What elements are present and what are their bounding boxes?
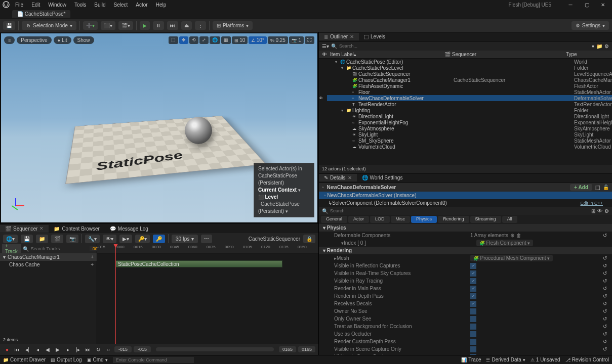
cinematics-button[interactable]: 🎬▾ — [118, 21, 133, 30]
tab-sequencer[interactable]: 🎬 Sequencer ✕ — [0, 225, 49, 233]
col-type[interactable]: Type — [566, 52, 577, 57]
reset-icon[interactable]: ↺ — [602, 316, 608, 322]
tab-outliner[interactable]: ≣ Outliner ✕ — [319, 33, 359, 40]
play-button[interactable]: ▶ — [140, 21, 150, 30]
checkbox[interactable] — [470, 308, 476, 314]
checkbox[interactable] — [470, 324, 476, 330]
outliner-row[interactable]: ○SM_SkySphereStaticMeshActor — [327, 138, 612, 144]
lock-icon[interactable]: 🔓 — [603, 185, 609, 190]
seq-key-button[interactable]: 🔑▾ — [135, 235, 150, 243]
checkbox[interactable] — [470, 346, 476, 352]
lit-dropdown[interactable]: ● Lit — [54, 36, 71, 44]
outliner-row[interactable]: ☀SkyLightSkyLight — [327, 131, 612, 138]
component-root[interactable]: ▫ NewChaosDeformableSolver (Instance) — [319, 192, 612, 199]
seq-ruler[interactable]: -015000000150030004500600075009001050120… — [97, 244, 318, 253]
filter-general[interactable]: General — [321, 216, 347, 223]
seq-work-start[interactable]: -015 — [134, 346, 151, 352]
component-solver[interactable]: ↳ SolverComponent (DeformableSolverCompo… — [319, 199, 612, 207]
seq-render-button[interactable]: 🎬 — [51, 235, 63, 243]
reset-icon[interactable]: ↺ — [602, 263, 608, 268]
outliner-row[interactable]: ☀DirectionalLightDirectionalLight — [327, 113, 612, 119]
folder-icon[interactable]: 📁 — [596, 43, 602, 49]
viewport-menu-button[interactable]: ≡ — [4, 36, 15, 44]
seq-browse-button[interactable]: 📁 — [36, 235, 48, 243]
seq-playback-button[interactable]: ▶▾ — [119, 235, 132, 243]
show-dropdown[interactable]: Show — [73, 36, 94, 44]
seq-lock-button[interactable]: 🔒 — [303, 235, 315, 243]
maximize-viewport[interactable]: ⛶ — [305, 36, 314, 44]
next-key-button[interactable]: |▸ — [74, 345, 82, 353]
goto-end-button[interactable]: ⏭ — [84, 345, 92, 353]
prev-key-button[interactable]: ◂| — [23, 345, 31, 353]
surface-snap[interactable]: ▦ — [221, 36, 231, 44]
camera-speed[interactable]: 📷 1 — [289, 36, 304, 44]
menu-build[interactable]: Build — [90, 1, 109, 9]
gear-icon[interactable]: ⚙ — [604, 43, 609, 49]
minimize-button[interactable]: ─ — [563, 1, 578, 8]
grid-icon[interactable]: ⊞ — [591, 208, 595, 214]
reset-icon[interactable]: ↺ — [602, 293, 608, 299]
outliner-row[interactable]: 🧩FleshAssetDynamicFleshActor — [327, 83, 612, 89]
checkbox[interactable]: ✓ — [470, 270, 476, 277]
col-sequencer[interactable]: 🎬 Sequencer — [444, 52, 476, 57]
outliner-row[interactable]: ☁SkyAtmosphereSkyAtmosphere — [327, 125, 612, 131]
loop-button[interactable]: ↻ — [94, 345, 102, 353]
tab-world-settings[interactable]: 🌐 World Settings — [357, 174, 408, 181]
checkbox[interactable] — [470, 331, 476, 337]
scale-snap[interactable]: % 0.25 — [268, 36, 288, 44]
viewport[interactable]: ≡ Perspective ● Lit Show ⬚ ✥ ⟲ ⤢ 🌐 ▦ ⊞ 1… — [1, 33, 318, 223]
menu-edit[interactable]: Edit — [27, 1, 44, 9]
checkbox[interactable] — [470, 316, 476, 322]
seq-curve-button[interactable]: 〰 — [201, 235, 212, 243]
tab-message-log[interactable]: 💬 Message Log — [105, 225, 153, 233]
translate-tool[interactable]: ✥ — [179, 36, 188, 44]
reset-icon[interactable]: ↺ — [602, 308, 608, 314]
outliner-search-input[interactable] — [339, 43, 590, 49]
reset-icon[interactable]: ↺ — [602, 346, 608, 352]
close-icon[interactable]: ✕ — [350, 34, 354, 39]
checkbox[interactable]: ✓ — [470, 301, 476, 307]
filter-misc[interactable]: Misc — [391, 216, 411, 223]
outliner-options-button[interactable]: ▾ — [592, 43, 594, 49]
tab-levels[interactable]: ⬚ Levels — [359, 33, 390, 40]
save-button[interactable]: 💾 — [3, 21, 15, 30]
section-physics[interactable]: ▾ Physics — [319, 224, 612, 232]
grid-snap[interactable]: ⊞ 10 — [232, 36, 248, 44]
reset-icon[interactable]: ↺ — [602, 301, 608, 306]
menu-tools[interactable]: Tools — [70, 1, 90, 9]
reset-icon[interactable]: ↺ — [602, 339, 608, 344]
add-icon[interactable]: + — [91, 262, 94, 267]
outliner-row[interactable]: ▾📁LightingFolder — [327, 107, 612, 113]
eye-icon[interactable]: 👁 — [597, 208, 602, 214]
close-icon[interactable]: ✕ — [39, 226, 44, 231]
close-button[interactable]: ✕ — [596, 1, 610, 8]
section-rendering[interactable]: ▾ Rendering — [319, 247, 612, 254]
filter-all[interactable]: All — [502, 216, 517, 223]
content-drawer-button[interactable]: 📁 Content Drawer — [3, 357, 46, 362]
seq-camera-button[interactable]: 📷 — [66, 235, 78, 243]
scale-tool[interactable]: ⤢ — [199, 36, 209, 44]
step-fwd-button[interactable]: ▸ — [64, 345, 72, 353]
filter-physics[interactable]: Physics — [411, 216, 437, 223]
record-button[interactable]: ● — [3, 345, 11, 353]
gear-icon[interactable]: ⚙ — [604, 208, 609, 214]
close-icon[interactable]: ✕ — [348, 175, 352, 180]
checkbox[interactable]: ✓ — [470, 263, 476, 269]
seq-world-button[interactable]: 🌐▾ — [3, 235, 18, 243]
seq-range-end[interactable]: 0165 — [298, 346, 315, 352]
output-log-button[interactable]: ▤ Output Log — [51, 357, 81, 362]
array-add-icon[interactable]: ⊕ — [510, 233, 514, 238]
play-options-button[interactable]: ⋮ — [195, 21, 206, 30]
menu-window[interactable]: Window — [44, 1, 70, 9]
angle-snap[interactable]: ∠ 10° — [249, 36, 267, 44]
reset-icon[interactable]: ↺ — [602, 278, 608, 284]
outliner-row[interactable]: 🎬CacheStaticSequencerLevelSequenceActor — [327, 71, 612, 77]
reset-icon[interactable]: ↺ — [602, 286, 608, 291]
checkbox[interactable]: ✓ — [470, 293, 476, 299]
reset-icon[interactable]: ↺ — [602, 324, 608, 329]
marketplace-button[interactable]: ⬛▾ — [101, 21, 115, 30]
rotate-tool[interactable]: ⟲ — [189, 36, 198, 44]
reset-icon[interactable]: ↺ — [602, 233, 608, 238]
seq-save-button[interactable]: 💾 — [21, 235, 33, 243]
mesh-dropdown[interactable]: 🧩 Procedural Mesh Component ▾ — [470, 255, 553, 261]
